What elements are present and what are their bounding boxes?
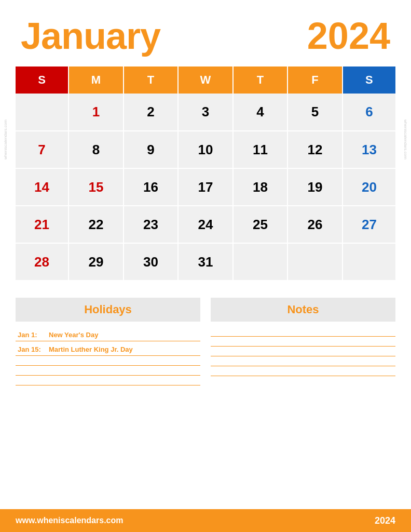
calendar-cell-r4c1: 21	[16, 206, 68, 243]
calendar-body: 1234567891011121314151617181920212223242…	[16, 94, 395, 281]
note-line-5	[211, 366, 395, 376]
note-line-2	[211, 337, 395, 347]
header-tuesday: T	[124, 66, 179, 94]
footer-year: 2024	[375, 515, 395, 526]
days-header-row: S M T W T F S	[16, 66, 395, 94]
calendar-cell-r5c6	[287, 243, 342, 281]
holiday-empty-3	[16, 376, 200, 385]
header-saturday: S	[342, 66, 395, 94]
calendar-cell-r3c6: 19	[287, 168, 342, 206]
holidays-header: Holidays	[16, 298, 200, 322]
header-thursday: T	[233, 66, 288, 94]
calendar-cell-r3c5: 18	[233, 168, 288, 206]
calendar-cell-r4c2: 22	[68, 206, 124, 243]
holidays-section: Holidays Jan 1: New Year's Day Jan 15: M…	[16, 298, 200, 385]
header-wednesday: W	[178, 66, 233, 94]
holiday-empty-2	[16, 366, 200, 376]
calendar-cell-r1c5: 4	[233, 94, 288, 131]
calendar-row-3: 14151617181920	[16, 168, 395, 206]
calendar-wrapper: S M T W T F S 12345678910111213141516171…	[0, 66, 411, 281]
footer-url: www.wheniscalendars.com	[16, 516, 123, 525]
note-line-1	[211, 327, 395, 337]
calendar-row-2: 78910111213	[16, 131, 395, 168]
calendar-row-1: 123456	[16, 94, 395, 131]
calendar-cell-r3c7: 20	[342, 168, 395, 206]
header-friday: F	[287, 66, 342, 94]
calendar-cell-r2c1: 7	[16, 131, 68, 168]
calendar-row-4: 21222324252627	[16, 206, 395, 243]
calendar-cell-r1c3: 2	[124, 94, 179, 131]
calendar-cell-r1c7: 6	[342, 94, 395, 131]
footer: www.wheniscalendars.com 2024	[0, 509, 411, 532]
calendar-cell-r5c3: 30	[124, 243, 179, 281]
calendar-cell-r2c5: 11	[233, 131, 288, 168]
calendar-table: S M T W T F S 12345678910111213141516171…	[16, 66, 395, 281]
calendar-cell-r5c5	[233, 243, 288, 281]
year-title: 2024	[307, 15, 390, 57]
calendar-cell-r4c5: 25	[233, 206, 288, 243]
calendar-cell-r4c3: 23	[124, 206, 179, 243]
holiday-item-2: Jan 15: Martin Luther King Jr. Day	[16, 341, 200, 356]
calendar-cell-r1c2: 1	[68, 94, 124, 131]
calendar-cell-r2c4: 10	[178, 131, 233, 168]
calendar-cell-r1c1	[16, 94, 68, 131]
watermark-left: wheniscalendars.com	[3, 119, 12, 159]
holiday-name-1: New Year's Day	[49, 331, 98, 339]
holiday-name-2: Martin Luther King Jr. Day	[49, 345, 133, 353]
header-monday: M	[68, 66, 124, 94]
calendar-cell-r2c7: 13	[342, 131, 395, 168]
notes-header: Notes	[211, 298, 395, 322]
bottom-section: Holidays Jan 1: New Year's Day Jan 15: M…	[0, 287, 411, 391]
note-line-3	[211, 347, 395, 356]
calendar-page: January 2024 S M T W T F S 1234567891011…	[0, 0, 411, 532]
calendar-cell-r2c2: 8	[68, 131, 124, 168]
watermark-right: wheniscalendars.com	[399, 119, 408, 159]
calendar-cell-r2c6: 12	[287, 131, 342, 168]
month-title: January	[21, 15, 160, 57]
calendar-cell-r5c7	[342, 243, 395, 281]
calendar-cell-r1c6: 5	[287, 94, 342, 131]
note-line-4	[211, 356, 395, 366]
holiday-date-2: Jan 15:	[18, 345, 44, 353]
calendar-cell-r5c1: 28	[16, 243, 68, 281]
calendar-cell-r4c6: 26	[287, 206, 342, 243]
calendar-cell-r5c2: 29	[68, 243, 124, 281]
calendar-cell-r4c7: 27	[342, 206, 395, 243]
calendar-row-5: 28293031	[16, 243, 395, 281]
calendar-cell-r5c4: 31	[178, 243, 233, 281]
holiday-date-1: Jan 1:	[18, 331, 44, 339]
calendar-cell-r3c1: 14	[16, 168, 68, 206]
calendar-cell-r1c4: 3	[178, 94, 233, 131]
calendar-cell-r3c4: 17	[178, 168, 233, 206]
holiday-empty-1	[16, 356, 200, 366]
notes-section: Notes	[211, 298, 395, 385]
holiday-item-1: Jan 1: New Year's Day	[16, 327, 200, 341]
calendar-cell-r3c2: 15	[68, 168, 124, 206]
header-sunday: S	[16, 66, 68, 94]
calendar-cell-r3c3: 16	[124, 168, 179, 206]
header: January 2024	[0, 0, 411, 66]
calendar-cell-r4c4: 24	[178, 206, 233, 243]
calendar-cell-r2c3: 9	[124, 131, 179, 168]
